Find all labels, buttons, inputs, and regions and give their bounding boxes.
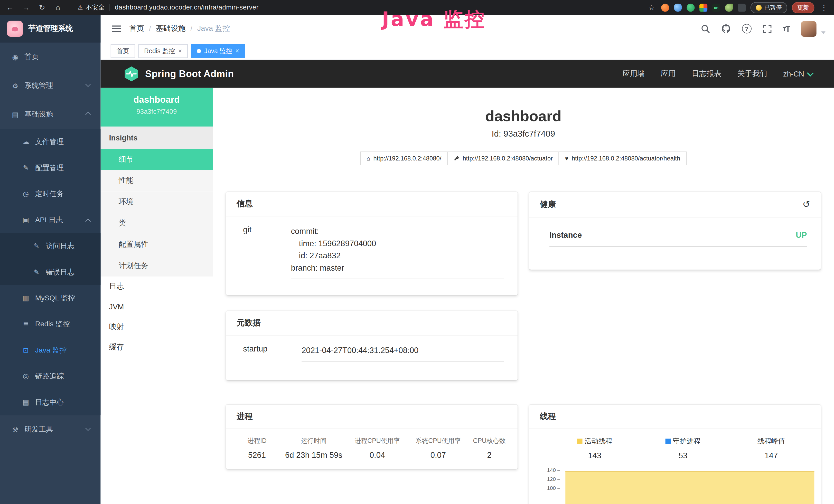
sba-nav-wallboard[interactable]: 应用墙 — [622, 69, 645, 78]
sidebar-item-error-logs[interactable]: ✎ 错误日志 — [0, 259, 101, 285]
sidebar-item-system-mgmt[interactable]: ⚙ 系统管理 — [0, 71, 101, 100]
sba-header: Spring Boot Admin 应用墙 应用 日志报表 关于我们 zh-CN — [101, 60, 834, 88]
eye-icon: ◎ — [21, 372, 30, 380]
sidebar-item-home[interactable]: ◉ 首页 — [0, 43, 101, 71]
help-icon[interactable]: ? — [742, 24, 751, 33]
sba-nav-performance[interactable]: 性能 — [101, 170, 213, 191]
process-table: 进程ID5261 运行时间6d 23h 15m 59s 进程CPU使用率0.04… — [226, 429, 518, 469]
sba-nav-caches[interactable]: 缓存 — [101, 337, 213, 358]
fullscreen-icon[interactable] — [763, 24, 772, 33]
extension-dark-icon[interactable] — [738, 3, 746, 11]
sba-nav-logs[interactable]: 日志 — [101, 276, 213, 297]
paused-badge-label: 已暂停 — [764, 3, 782, 11]
avatar[interactable] — [801, 21, 816, 37]
sidebar-item-access-logs[interactable]: ✎ 访问日志 — [0, 233, 101, 259]
service-url-link[interactable]: ⌂ http://192.168.0.2:48080/ — [360, 152, 448, 165]
sba-nav-about[interactable]: 关于我们 — [738, 69, 767, 78]
chevron-down-icon — [85, 426, 90, 431]
update-button[interactable]: 更新 — [792, 2, 814, 13]
extension-grid-icon[interactable] — [699, 3, 707, 11]
tab-java-monitor[interactable]: Java 监控 × — [191, 44, 245, 58]
search-icon[interactable] — [701, 24, 710, 33]
api-logs-submenu: ✎ 访问日志 ✎ 错误日志 — [0, 233, 101, 285]
sba-nav-mappings[interactable]: 映射 — [101, 317, 213, 337]
sidebar-item-java-monitor[interactable]: ⊡ Java 监控 — [0, 337, 101, 363]
process-uptime: 6d 23h 15m 59s — [281, 450, 347, 459]
infrastructure-icon: ▤ — [10, 110, 20, 118]
font-size-icon[interactable]: TT — [783, 24, 790, 33]
breadcrumb: 首页 / 基础设施 / Java 监控 — [129, 24, 230, 33]
actuator-url-link[interactable]: http://192.168.0.2:48080/actuator — [447, 152, 559, 165]
sidebar-item-trace[interactable]: ◎ 链路追踪 — [0, 363, 101, 389]
sidebar-item-config-mgmt[interactable]: ✎ 配置管理 — [0, 155, 101, 181]
metadata-key: startup — [243, 344, 302, 362]
metadata-card-header: 元数据 — [226, 311, 518, 335]
browser-menu-icon[interactable]: ⋮ — [819, 3, 829, 12]
close-icon[interactable]: × — [178, 48, 182, 54]
security-warning-icon[interactable]: ⚠ — [78, 4, 83, 11]
health-url-link[interactable]: ♥ http://192.168.0.2:48080/actuator/heal… — [559, 152, 686, 165]
sba-nav-details[interactable]: 细节 — [101, 149, 213, 170]
breadcrumb-infrastructure[interactable]: 基础设施 — [156, 24, 186, 33]
sidebar-item-api-logs[interactable]: ▣ API 日志 — [0, 207, 101, 233]
daemon-threads-value: 53 — [639, 451, 727, 460]
extension-green-icon[interactable] — [686, 3, 695, 11]
info-card: 信息 git commit: time: 1596289704000 id: 2… — [226, 192, 518, 295]
reload-button[interactable]: ↻ — [37, 3, 47, 12]
sidebar-item-mysql-monitor[interactable]: ▦ MySQL 监控 — [0, 285, 101, 311]
history-icon[interactable]: ↺ — [803, 199, 810, 210]
sba-nav-journal[interactable]: 日志报表 — [692, 69, 722, 78]
sba-nav-environment[interactable]: 环境 — [101, 191, 213, 212]
health-card: 健康 ↺ Instance UP — [529, 192, 821, 270]
extension-leaf-icon[interactable] — [725, 3, 733, 11]
sba-nav-applications[interactable]: 应用 — [661, 69, 676, 78]
paused-badge[interactable]: 已暂停 — [750, 2, 787, 13]
process-cpu: 0.04 — [347, 450, 408, 459]
extension-on-icon[interactable]: on — [712, 3, 720, 11]
back-button[interactable]: ← — [5, 3, 15, 12]
annotation-java-monitor: Java 监控 — [382, 6, 486, 33]
chevron-up-icon — [85, 112, 90, 117]
metadata-value: 2021-04-27T00:44:31.254+08:00 — [302, 344, 504, 362]
threads-card: 线程 活动线程 143 守护进程 53 线程峰值 147 — [529, 405, 821, 504]
sba-brand: Spring Boot Admin — [145, 68, 234, 79]
sba-nav-classes[interactable]: 类 — [101, 212, 213, 234]
sidebar-item-scheduled-jobs[interactable]: ◷ 定时任务 — [0, 181, 101, 207]
address-bar[interactable]: dashboard.yudao.iocoder.cn/infra/admin-s… — [115, 4, 259, 11]
sba-instance-sidebar: dashboard 93a3fc7f7409 Insights 细节 性能 环境… — [101, 88, 213, 504]
browser-home-button[interactable]: ⌂ — [53, 3, 63, 12]
avatar-caret-icon — [821, 31, 826, 33]
sidebar-item-dev-tools[interactable]: ⚒ 研发工具 — [0, 415, 101, 444]
infrastructure-submenu: ☁ 文件管理 ✎ 配置管理 ◷ 定时任务 ▣ API 日志 — [0, 129, 101, 415]
health-instance-row[interactable]: Instance UP — [549, 230, 807, 247]
github-icon[interactable] — [721, 24, 730, 33]
process-pid: 5261 — [234, 450, 281, 459]
tab-redis-monitor[interactable]: Redis 监控 × — [138, 44, 188, 58]
sidebar-item-redis-monitor[interactable]: ≣ Redis 监控 — [0, 311, 101, 337]
tab-home[interactable]: 首页 — [111, 44, 135, 58]
sidebar-collapse-icon[interactable] — [112, 25, 121, 32]
app-logo-row[interactable]: 芋道管理系统 — [0, 15, 101, 43]
forward-button[interactable]: → — [21, 3, 31, 12]
breadcrumb-home[interactable]: 首页 — [129, 24, 144, 33]
instance-header[interactable]: dashboard 93a3fc7f7409 — [101, 88, 213, 127]
security-label: 不安全 — [86, 3, 105, 12]
sba-nav-config-props[interactable]: 配置属性 — [101, 234, 213, 255]
sidebar-item-infrastructure[interactable]: ▤ 基础设施 — [0, 100, 101, 129]
info-card-header: 信息 — [226, 192, 518, 216]
chevron-down-icon — [807, 70, 814, 76]
extension-drop-icon[interactable] — [674, 3, 682, 11]
info-value: commit: time: 1596289704000 id: 27aa832 … — [291, 225, 504, 279]
sba-logo[interactable]: Spring Boot Admin — [123, 66, 234, 82]
sidebar-item-file-mgmt[interactable]: ☁ 文件管理 — [0, 129, 101, 155]
close-icon[interactable]: × — [236, 48, 239, 54]
sba-nav-jvm[interactable]: JVM — [101, 297, 213, 317]
process-card-header: 进程 — [226, 405, 518, 429]
heart-icon: ♥ — [565, 155, 569, 162]
dashboard-icon: ◉ — [10, 53, 20, 61]
locale-select[interactable]: zh-CN — [783, 70, 813, 78]
extension-fox-icon[interactable] — [661, 3, 669, 11]
sidebar-item-log-center[interactable]: ▤ 日志中心 — [0, 389, 101, 415]
bookmark-star-icon[interactable]: ☆ — [647, 3, 656, 12]
sba-nav-scheduled-tasks[interactable]: 计划任务 — [101, 255, 213, 276]
